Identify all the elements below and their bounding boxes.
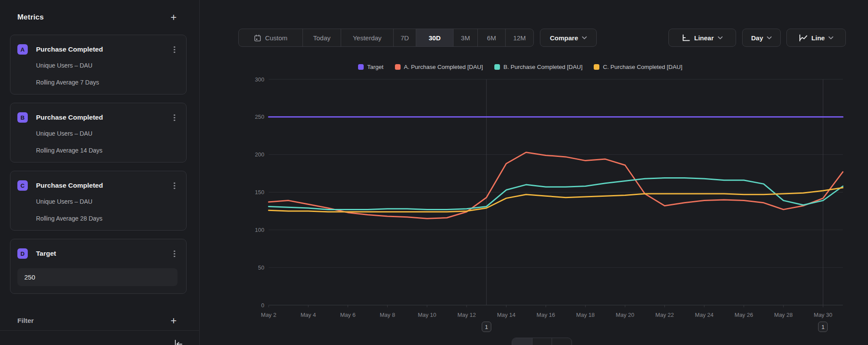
chart-type-selector-button[interactable]: Line — [786, 29, 846, 47]
date-range-label: Today — [313, 34, 330, 42]
legend-item[interactable]: A. Purchase Completed [DAU] — [395, 64, 483, 70]
date-range-30d[interactable]: 30D — [416, 29, 453, 46]
metric-transform: Rolling Average 28 Days — [36, 215, 178, 222]
sidebar-divider — [0, 330, 200, 331]
date-range-today[interactable]: Today — [302, 29, 341, 46]
chevron-down-icon — [582, 36, 587, 39]
annotation-badge[interactable]: 1 — [482, 322, 491, 332]
metric-card-slot: APurchase CompletedUnique Users – DAURol… — [10, 35, 187, 231]
metric-card: CPurchase CompletedUnique Users – DAURol… — [10, 171, 187, 231]
date-range-label: Yesterday — [353, 34, 381, 42]
date-range-6m[interactable]: 6M — [477, 29, 505, 46]
svg-text:May 4: May 4 — [301, 312, 316, 318]
svg-text:May 18: May 18 — [576, 312, 595, 318]
date-range-label: Custom — [265, 34, 288, 42]
filter-section-title: Filter — [17, 317, 34, 325]
chart-svg: 050100150200250300May 2May 4May 6May 8Ma… — [200, 74, 868, 345]
view-toggle-line-view[interactable] — [512, 338, 532, 345]
svg-text:May 28: May 28 — [774, 312, 793, 318]
kebab-menu-icon[interactable] — [171, 114, 178, 121]
report-main: CustomTodayYesterday7D30D3M6M12M Compare… — [200, 0, 868, 345]
date-range-yesterday[interactable]: Yesterday — [341, 29, 393, 46]
metric-title: Purchase Completed — [36, 114, 171, 121]
collapse-sidebar-icon[interactable] — [173, 339, 183, 345]
metrics-section-title: Metrics — [17, 13, 44, 22]
kebab-menu-icon[interactable] — [171, 182, 178, 189]
date-range-label: 6M — [487, 34, 496, 42]
target-card-title: Target — [36, 250, 171, 257]
chevron-down-icon — [829, 36, 833, 39]
metric-letter-badge: D — [17, 248, 28, 259]
svg-text:May 12: May 12 — [457, 312, 476, 318]
svg-text:May 8: May 8 — [380, 312, 395, 318]
scale-label: Linear — [694, 34, 713, 42]
metric-card-header: BPurchase Completed — [17, 112, 178, 123]
date-range-label: 7D — [401, 34, 409, 42]
kebab-menu-icon[interactable] — [171, 250, 178, 257]
legend-item[interactable]: Target — [358, 64, 384, 70]
chart-legend: TargetA. Purchase Completed [DAU]B. Purc… — [358, 64, 682, 70]
metric-measure: Unique Users – DAU — [36, 198, 178, 205]
metric-card-header: APurchase Completed — [17, 44, 178, 55]
add-filter-button[interactable]: + — [171, 316, 177, 325]
legend-swatch — [395, 64, 401, 70]
legend-item[interactable]: C. Purchase Completed [DAU] — [594, 64, 682, 70]
date-range-control: CustomTodayYesterday7D30D3M6M12M — [238, 29, 534, 47]
granularity-label: Day — [751, 34, 763, 42]
metric-title: Purchase Completed — [36, 182, 171, 189]
filter-section-header: Filter + — [17, 316, 177, 325]
metric-measure: Unique Users – DAU — [36, 130, 178, 137]
svg-text:May 20: May 20 — [616, 312, 635, 318]
metric-transform: Rolling Average 14 Days — [36, 146, 178, 154]
metric-letter-badge: C — [17, 180, 28, 191]
compare-label: Compare — [550, 34, 578, 42]
view-toggle-card-view[interactable] — [552, 338, 572, 345]
metric-card-header: CPurchase Completed — [17, 180, 178, 191]
svg-text:100: 100 — [255, 227, 264, 233]
legend-swatch — [358, 64, 364, 70]
date-range-3m[interactable]: 3M — [453, 29, 477, 46]
scale-selector-button[interactable]: Linear — [668, 29, 736, 47]
svg-text:May 2: May 2 — [261, 312, 276, 318]
date-range-label: 12M — [513, 34, 526, 42]
calendar-icon — [254, 34, 261, 42]
date-range-label: 3M — [461, 34, 470, 42]
view-toggle — [512, 338, 572, 345]
svg-text:May 22: May 22 — [655, 312, 674, 318]
svg-text:May 14: May 14 — [497, 312, 516, 318]
metric-card: BPurchase CompletedUnique Users – DAURol… — [10, 103, 187, 163]
add-metric-button[interactable]: + — [171, 13, 177, 22]
date-range-custom[interactable]: Custom — [239, 29, 302, 46]
legend-swatch — [494, 64, 500, 70]
line-chart: 050100150200250300May 2May 4May 6May 8Ma… — [200, 74, 868, 345]
chevron-down-icon — [767, 36, 772, 39]
metric-title: Purchase Completed — [36, 46, 171, 53]
svg-text:May 26: May 26 — [735, 312, 753, 318]
kebab-menu-icon[interactable] — [171, 46, 178, 53]
target-value-input[interactable] — [17, 268, 178, 286]
metric-letter-badge: A — [17, 44, 28, 55]
chart-type-label: Line — [812, 34, 825, 42]
metric-card: APurchase CompletedUnique Users – DAURol… — [10, 35, 187, 94]
sidebar: Metrics + APurchase CompletedUnique User… — [0, 0, 200, 345]
metrics-report-page: Metrics + APurchase CompletedUnique User… — [0, 0, 868, 345]
view-toggle-table-view[interactable] — [532, 338, 552, 345]
date-range-label: 30D — [429, 34, 441, 42]
svg-text:150: 150 — [255, 189, 264, 195]
svg-text:250: 250 — [255, 114, 264, 120]
date-range-12m[interactable]: 12M — [505, 29, 533, 46]
legend-item[interactable]: B. Purchase Completed [DAU] — [494, 64, 582, 70]
metric-letter-badge: B — [17, 112, 28, 123]
svg-text:300: 300 — [255, 76, 264, 83]
date-range-7d[interactable]: 7D — [393, 29, 416, 46]
legend-label: B. Purchase Completed [DAU] — [503, 64, 582, 70]
annotation-badge[interactable]: 1 — [818, 322, 828, 332]
svg-text:May 16: May 16 — [536, 312, 555, 318]
svg-text:May 24: May 24 — [695, 312, 713, 318]
target-card: D Target — [10, 239, 187, 294]
granularity-selector-button[interactable]: Day — [742, 29, 781, 47]
metric-transform: Rolling Average 7 Days — [36, 78, 178, 86]
metric-card-list: APurchase CompletedUnique Users – DAURol… — [10, 35, 187, 302]
compare-button[interactable]: Compare — [540, 29, 597, 47]
svg-text:May 30: May 30 — [814, 312, 832, 318]
